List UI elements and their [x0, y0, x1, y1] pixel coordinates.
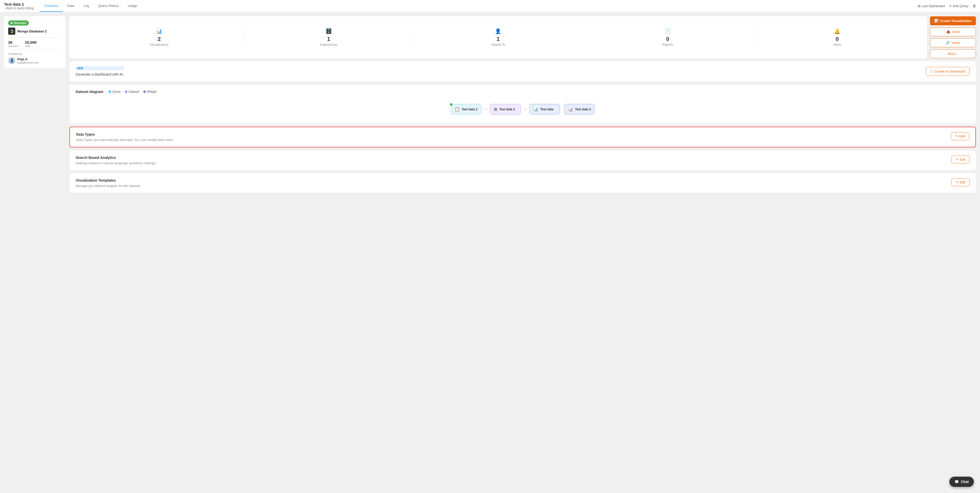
dataset-node-icon: ⊞: [494, 107, 497, 112]
status-dot: [11, 22, 13, 24]
data-types-info: Data Types Data Types are automatically …: [76, 132, 173, 142]
create-ai-dashboard-button[interactable]: ⬡ Create AI Dashboard: [926, 67, 970, 76]
query-node-label: Test data 2: [461, 107, 477, 111]
legend-widget: Widget: [143, 90, 156, 94]
header: Test data 2 ‹ Back to query listing Over…: [0, 0, 980, 12]
rows-meta: 10,000 rows: [25, 40, 37, 48]
tab-overview[interactable]: Overview: [40, 0, 62, 12]
stat-datasources[interactable]: 🗄️ 1 Datasources: [244, 28, 414, 46]
legend-query-dot: [108, 91, 111, 93]
search-analytics-card: Search Based Analytics Settings related …: [70, 150, 976, 170]
viz-templates-card: Visualization Templates Manage pre-defin…: [70, 173, 976, 193]
stat-shared-to[interactable]: 👤 1 Shared To: [414, 28, 583, 46]
main-layout: Success 🍃 Mongo Database 2 26 columns 10…: [0, 12, 980, 493]
tab-query-history[interactable]: Query History: [94, 0, 123, 12]
tabs: Overview Data Log Query History Usage: [40, 0, 918, 12]
action-buttons: 📊 Create Visualization 📤 Send 🔗 Share Mo…: [930, 16, 976, 58]
widget-node-icon-2: 📊: [568, 107, 573, 112]
bar-chart-icon: 📊: [156, 28, 162, 34]
data-types-desc: Data Types are automatically detected. Y…: [76, 138, 173, 142]
dataset-node-label: Test data 2: [499, 107, 515, 111]
edit-pencil-icon-2: ✎: [956, 158, 959, 161]
diagram-header: Dataset diagram Query Dataset Widget: [76, 90, 970, 94]
database-name: Mongo Database 2: [18, 29, 47, 33]
share-icon: 🔗: [946, 41, 950, 45]
ai-banner: NEW Generate a dashboard with AI. ⬡ Crea…: [70, 61, 976, 81]
widget-node-icon-1: 📊: [533, 107, 538, 112]
flow-node-dataset[interactable]: ⊞ Test data 2: [490, 104, 521, 115]
viz-templates-desc: Manage pre-defined widgets for this data…: [76, 184, 141, 188]
tab-data[interactable]: Data: [63, 0, 79, 12]
content-area: 📊 2 Visualizations 🗄️ 1 Datasources 👤 1 …: [70, 16, 976, 489]
flow-node-query[interactable]: 📋 Test data 2: [451, 104, 481, 115]
flow-arrow-2: →: [523, 107, 527, 112]
legend-dataset-dot: [125, 91, 127, 93]
sidebar-info-card: Success 🍃 Mongo Database 2 26 columns 10…: [4, 16, 65, 68]
flow-node-widget-2[interactable]: 📊 Test data 2: [564, 104, 595, 115]
meta-row: 26 columns 10,000 rows: [8, 37, 61, 48]
back-link[interactable]: ‹ Back to query listing: [4, 6, 33, 10]
edit-pencil-icon-3: ✎: [956, 180, 959, 184]
last-dashboard-action[interactable]: ⊞ Last Dashboard: [918, 4, 945, 8]
chat-button[interactable]: 💬 Chat: [949, 477, 974, 487]
edit-query-action[interactable]: ✎ Edit Query: [949, 4, 969, 8]
stat-visualizations[interactable]: 📊 2 Visualizations: [75, 28, 244, 46]
viz-templates-edit-button[interactable]: ✎ Edit: [951, 178, 970, 186]
widget-node-label-1: Test data: [540, 107, 554, 111]
query-node-icon: 📋: [455, 107, 460, 112]
status-badge: Success: [8, 21, 61, 26]
viz-templates-info: Visualization Templates Manage pre-defin…: [76, 178, 141, 188]
edit-icon: ✎: [949, 4, 952, 8]
data-types-title: Data Types: [76, 132, 173, 136]
send-button[interactable]: 📤 Send: [930, 27, 976, 36]
chevron-left-icon: ‹: [4, 6, 5, 10]
chart-icon: 📊: [934, 19, 939, 23]
header-left: Test data 2 ‹ Back to query listing: [4, 2, 33, 10]
sidebar: Success 🍃 Mongo Database 2 26 columns 10…: [4, 16, 65, 489]
stats-card: 📊 2 Visualizations 🗄️ 1 Datasources 👤 1 …: [70, 16, 927, 58]
edit-pencil-icon: ✎: [955, 134, 958, 138]
dashboard-icon: ⊞: [918, 4, 921, 8]
chat-icon: 💬: [955, 480, 959, 484]
new-badge: NEW: [76, 66, 124, 70]
search-analytics-info: Search Based Analytics Settings related …: [76, 156, 156, 165]
creator-details: Puja A puja@knowi.com: [18, 57, 39, 64]
stat-alerts[interactable]: 🔔 0 Alerts: [752, 28, 922, 46]
diagram-card: Dataset diagram Query Dataset Widget: [70, 85, 976, 124]
columns-meta: 26 columns: [8, 40, 19, 48]
header-right: ⊞ Last Dashboard ✎ Edit Query 🗑: [918, 4, 976, 8]
tab-log[interactable]: Log: [79, 0, 94, 12]
tab-usage[interactable]: Usage: [123, 0, 142, 12]
page-title: Test data 2: [4, 2, 32, 6]
avatar: 👤: [8, 57, 15, 64]
ai-banner-content: NEW Generate a dashboard with AI.: [76, 66, 124, 77]
share-button[interactable]: 🔗 Share: [930, 38, 976, 47]
creator-info: 👤 Puja A puja@knowi.com: [8, 57, 61, 64]
stat-reports[interactable]: 📄 0 Reports: [583, 28, 752, 46]
diagram-title: Dataset diagram: [76, 90, 103, 94]
person-icon: 👤: [495, 28, 501, 34]
create-visualization-button[interactable]: 📊 Create Visualization: [930, 16, 976, 25]
database-stat-icon: 🗄️: [326, 28, 332, 34]
delete-action[interactable]: 🗑: [973, 4, 976, 8]
top-row: 📊 2 Visualizations 🗄️ 1 Datasources 👤 1 …: [70, 16, 976, 58]
data-types-edit-button[interactable]: ✎ Edit: [951, 132, 969, 140]
flow-node-widget-1[interactable]: 📊 Test data: [529, 104, 560, 115]
legend: Query Dataset Widget: [108, 90, 156, 94]
data-types-card: Data Types Data Types are automatically …: [70, 127, 976, 147]
search-analytics-title: Search Based Analytics: [76, 156, 156, 160]
search-analytics-edit-button[interactable]: ✎ Edit: [951, 156, 970, 163]
ai-icon: ⬡: [930, 70, 933, 73]
legend-query: Query: [108, 90, 121, 94]
send-icon: 📤: [946, 30, 950, 34]
search-analytics-desc: Settings related to natural language que…: [76, 161, 156, 165]
viz-templates-title: Visualization Templates: [76, 178, 141, 182]
report-icon: 📄: [664, 28, 671, 34]
trash-icon: 🗑: [973, 4, 976, 8]
creator-section: Created by: 👤 Puja A puja@knowi.com: [8, 49, 61, 64]
database-info: 🍃 Mongo Database 2: [8, 27, 61, 35]
ai-banner-text: Generate a dashboard with AI.: [76, 72, 124, 77]
more-button[interactable]: More...: [930, 49, 976, 58]
bell-icon: 🔔: [834, 28, 840, 34]
legend-widget-dot: [143, 91, 146, 93]
